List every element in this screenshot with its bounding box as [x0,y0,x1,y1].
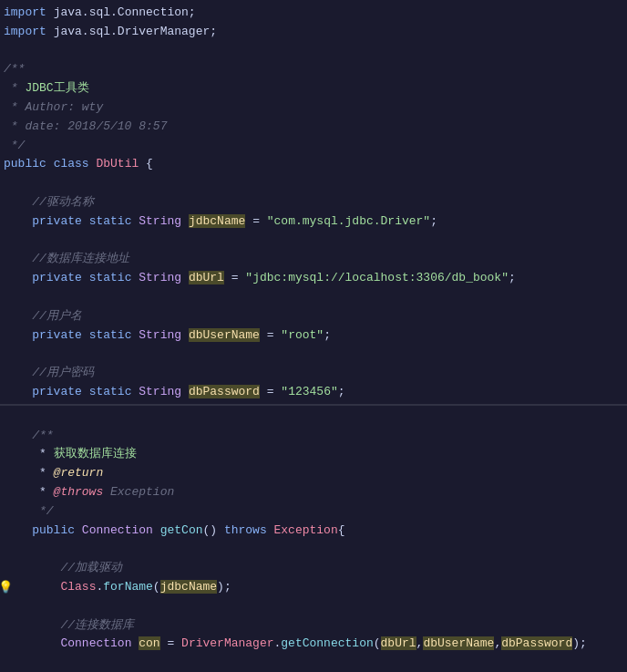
code-line: * 获取数据库连接 [0,445,627,464]
section-divider [0,404,627,406]
code-line: private static String dbPassword = "1234… [0,383,627,402]
code-line [0,597,627,616]
code-line: //用户名 [0,307,627,326]
code-line [0,540,627,559]
code-line: //数据库连接地址 [0,250,627,269]
code-editor: import java.sql.Connection; import java.… [0,0,627,672]
code-line: //连接数据库 [0,616,627,636]
code-line: private static String dbUrl = "jdbc:mysq… [0,269,627,288]
code-line: /** [0,60,627,79]
code-line [0,408,627,427]
code-line: */ [0,137,627,156]
code-line [0,288,627,307]
code-line: Connection con = DriverManager.getConnec… [0,635,627,654]
code-line [0,42,627,61]
code-line: * Author: wty [0,98,627,118]
code-line: private static String jdbcName = "com.my… [0,212,627,232]
code-line: * @throws Exception [0,483,627,502]
code-line: */ [0,502,627,522]
code-line-bulb: 💡 Class.forName(jdbcName); [0,578,627,597]
code-line [0,654,627,672]
code-line: //驱动名称 [0,193,627,212]
code-line: import java.sql.Connection; [0,4,627,23]
code-line: * JDBC工具类 [0,79,627,98]
code-line: import java.sql.DriverManager; [0,23,627,42]
code-line: public class DbUtil { [0,155,627,174]
code-line [0,232,627,251]
code-line [0,345,627,364]
code-line: * @return [0,464,627,483]
code-line [0,174,627,193]
code-line: * date: 2018/5/10 8:57 [0,118,627,137]
code-line: private static String dbUserName = "root… [0,326,627,346]
code-line: /** [0,427,627,446]
code-line: public Connection getCon() throws Except… [0,522,627,541]
code-line: //加载驱动 [0,559,627,578]
code-line: //用户密码 [0,364,627,383]
